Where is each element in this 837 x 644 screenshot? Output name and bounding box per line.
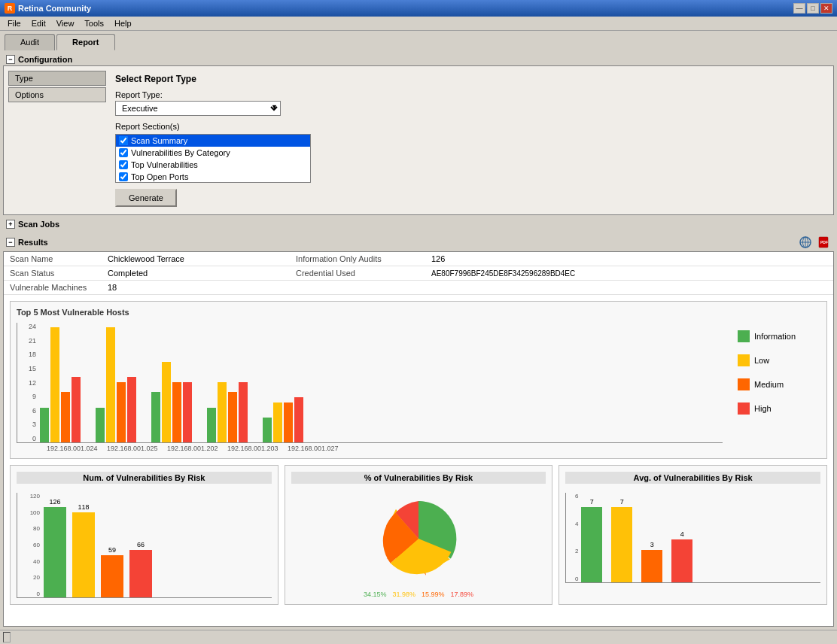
menu-file[interactable]: File (3, 17, 26, 29)
window-controls: — □ ✕ (793, 3, 832, 14)
bar-host2-high (127, 377, 136, 442)
scan-info-table: Scan Name Chicklewood Terrace Informatio… (4, 252, 833, 295)
section-top-vuln-checkbox[interactable] (119, 160, 128, 169)
bar-chart-inner: 03691215182124 (17, 323, 723, 443)
num-vuln-bar-info: 126 (44, 498, 66, 597)
pie-label-info: 34.15% (364, 591, 387, 598)
x-label-4: 192.168.001.203 (227, 445, 272, 452)
num-vuln-bar-high: 66 (129, 541, 152, 597)
bar-host5-low (273, 402, 282, 442)
pdf-export-icon[interactable]: PDF (816, 235, 831, 250)
num-vuln-bar-low: 118 (72, 503, 95, 597)
credential-used-value: AE80F7996BF245DE8F342596289BD4EC (425, 266, 833, 281)
avg-bar-info-wrapper: 7 (581, 498, 602, 582)
bar-chart-area: 03691215182124 (17, 323, 723, 452)
report-type-select[interactable]: Executive Detailed Patch Host (115, 101, 281, 116)
num-vuln-title: Num. of Vulnerabilities By Risk (17, 472, 272, 484)
menu-tools[interactable]: Tools (80, 17, 108, 29)
bar-host3-info (151, 392, 160, 442)
status-bar (0, 630, 837, 643)
avg-bar-low-wrapper: 7 (611, 498, 632, 582)
top-vulnerable-hosts-title: Top 5 Most Vulnerable Hosts (17, 308, 820, 317)
generate-button[interactable]: Generate (115, 189, 177, 207)
scan-jobs-label: Scan Jobs (18, 220, 59, 229)
config-main-area: Select Report Type Report Type: Executiv… (112, 71, 829, 210)
bar-host3-medium (172, 382, 181, 442)
results-content[interactable]: Scan Name Chicklewood Terrace Informatio… (3, 251, 834, 627)
scan-name-value: Chicklewood Terrace (102, 252, 290, 266)
legend-label-high: High (754, 404, 772, 413)
pie-label-high: 17.89% (451, 591, 474, 598)
config-nav-type[interactable]: Type (8, 71, 106, 86)
bar-host1-info (40, 408, 49, 442)
menu-edit[interactable]: Edit (27, 17, 50, 29)
section-top-ports[interactable]: Top Open Ports (116, 171, 310, 183)
info-only-audits-label: Information Only Audits (290, 252, 425, 266)
section-top-vuln[interactable]: Top Vulnerabilities (116, 159, 310, 171)
config-nav-options[interactable]: Options (8, 87, 106, 102)
web-export-icon[interactable] (798, 235, 813, 250)
bar-host4-medium (228, 392, 237, 442)
section-vuln-category-checkbox[interactable] (119, 148, 128, 157)
results-label: Results (18, 238, 48, 247)
section-scan-summary[interactable]: Scan Summary (116, 135, 310, 147)
bar-host1-low (50, 327, 59, 442)
tab-audit[interactable]: Audit (5, 34, 55, 50)
maximize-button[interactable]: □ (807, 3, 819, 14)
svg-text:PDF: PDF (820, 240, 828, 245)
legend-color-info (738, 330, 750, 342)
bar-host1-medium (61, 392, 70, 442)
legend-color-low (738, 354, 750, 366)
scan-status-value: Completed (102, 266, 290, 281)
pie-chart-svg (370, 490, 467, 588)
window-title: Retina Community (18, 4, 91, 13)
info-only-audits-value: 126 (425, 252, 833, 266)
config-sidebar: Type Options (8, 71, 106, 210)
report-sections-label: Report Section(s) (115, 122, 826, 131)
scan-jobs-collapse-icon[interactable]: + (6, 220, 15, 229)
tab-report[interactable]: Report (56, 34, 114, 50)
legend-color-medium (738, 378, 750, 390)
pct-vuln-title: % of Vulnerabilities By Risk (291, 472, 546, 484)
legend-item-info: Information (738, 330, 813, 342)
avg-vuln-chart: Avg. of Vulnerabilities By Risk 0246 7 (559, 465, 827, 605)
bar-group-host4 (207, 382, 248, 442)
legend-label-info: Information (754, 332, 796, 341)
bar-host2-info (96, 408, 105, 442)
bar-host4-info (207, 408, 216, 442)
pie-chart-container: 34.15% 31.98% 15.99% 17.89% (291, 490, 546, 598)
configuration-collapse-icon[interactable]: − (6, 55, 15, 64)
results-section: − Results (3, 233, 834, 627)
section-scan-summary-checkbox[interactable] (119, 136, 128, 145)
num-vuln-y-axis: 020406080100120 (17, 493, 42, 597)
avg-count-medium: 3 (650, 541, 654, 548)
legend-label-low: Low (754, 356, 769, 365)
section-vuln-by-category[interactable]: Vulnerabilities By Category (116, 147, 310, 159)
bar-group-host3 (151, 362, 192, 442)
close-button[interactable]: ✕ (820, 3, 832, 14)
bar-group-host1 (40, 327, 81, 442)
pie-label-low: 31.98% (392, 591, 415, 598)
avg-count-info: 7 (590, 498, 594, 506)
section-top-ports-checkbox[interactable] (119, 172, 128, 181)
x-axis-labels: 192.168.001.024 192.168.001.025 192.168.… (17, 445, 723, 452)
results-header: − Results (3, 233, 834, 251)
content-area: − Configuration Type Options Select Repo… (0, 50, 837, 630)
bar-host2-medium (117, 382, 126, 442)
menu-help[interactable]: Help (110, 17, 136, 29)
legend-item-medium: Medium (738, 378, 813, 390)
credential-used-label: Credential Used (290, 266, 425, 281)
bar-host2-low (106, 327, 115, 442)
title-bar: R Retina Community — □ ✕ (0, 0, 837, 17)
scan-jobs-section: + Scan Jobs (3, 218, 834, 230)
num-bar-medium (101, 555, 123, 597)
results-action-icons: PDF (798, 235, 831, 250)
results-collapse-icon[interactable]: − (6, 238, 15, 247)
minimize-button[interactable]: — (793, 3, 805, 14)
configuration-label: Configuration (18, 55, 72, 64)
x-label-5: 192.168.001.027 (288, 445, 333, 452)
menu-view[interactable]: View (52, 17, 79, 29)
x-label-3: 192.168.001.202 (167, 445, 212, 452)
report-type-label: Report Type: (115, 90, 826, 99)
num-vuln-bar-medium: 59 (101, 546, 123, 597)
